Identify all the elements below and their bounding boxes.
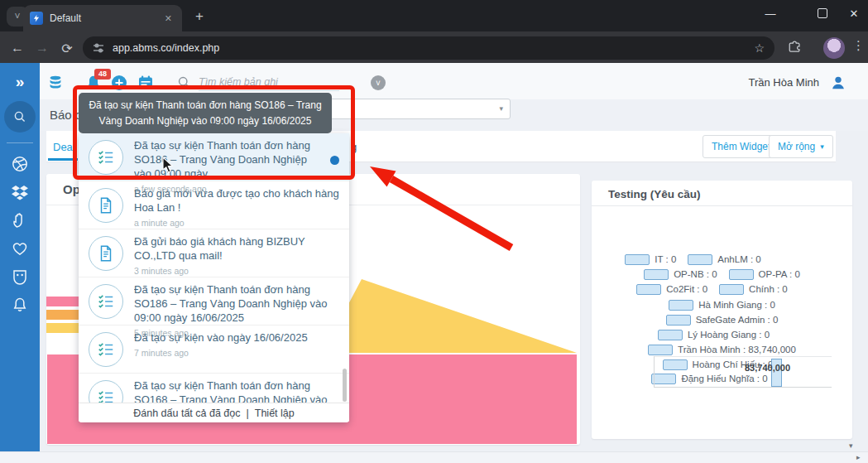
legend-label: SafeGate Admin : 0 — [696, 315, 779, 325]
notification-text: Đã tạo sự kiện Thanh toán đơn hàng SO186… — [134, 283, 339, 326]
legend-label: Hà Minh Giang : 0 — [698, 300, 775, 310]
browser-profile-avatar[interactable] — [823, 37, 845, 59]
legend-row[interactable]: SafeGate Admin : 0 — [592, 314, 852, 326]
new-tab-button[interactable]: + — [195, 9, 204, 23]
sidebar-item-favorites[interactable] — [10, 239, 30, 258]
maximize-icon — [818, 8, 827, 18]
tab-close-icon[interactable]: ✕ — [161, 12, 175, 26]
checklist-icon — [97, 340, 115, 359]
heart-icon — [10, 239, 30, 258]
browser-tab[interactable]: Default ✕ — [23, 5, 182, 31]
testing-widget: Testing (Yêu cầu) IT : 0 AnhLM : 0 OP-NB… — [592, 181, 852, 439]
notification-item[interactable]: Đã tạo sự kiện vào ngày 16/06/2025 7 min… — [79, 326, 349, 374]
notification-type-icon — [89, 332, 123, 367]
legend-label: OP-PA : 0 — [759, 269, 800, 279]
legend-row[interactable]: Hoàng Chí Hiếu : 0 — [587, 359, 848, 370]
bookmark-star-icon[interactable]: ☆ — [754, 41, 765, 55]
sidebar-item-storage[interactable] — [10, 182, 30, 202]
legend-label: Đặng Hiếu Nghĩa : 0 — [681, 374, 767, 383]
window-minimize-button[interactable]: — — [751, 0, 789, 27]
notification-item[interactable]: Đã tạo sự kiện Thanh toán đơn hàng SO186… — [79, 277, 349, 326]
gridline-top — [654, 356, 832, 357]
legend-swatch — [666, 315, 691, 326]
tab-active-partial[interactable]: Dea — [53, 141, 73, 153]
legend-swatch — [636, 284, 661, 295]
user-avatar-icon[interactable] — [829, 74, 847, 95]
back-button[interactable]: ← — [8, 39, 26, 57]
sidebar-item-alerts[interactable] — [10, 295, 30, 315]
notification-count-badge: 48 — [94, 69, 111, 80]
testing-bar-chart: IT : 0 AnhLM : 0 OP-NB : 0 OP-PA : 0 Co2… — [592, 205, 852, 439]
dropdown-scrollbar[interactable] — [343, 369, 347, 402]
legend-label: Lý Hoàng Giang : 0 — [688, 330, 770, 340]
legend-label: Chính : 0 — [749, 284, 788, 294]
legend-swatch — [669, 300, 693, 311]
collapse-header-button[interactable]: ˅ — [371, 75, 386, 90]
select-caret-icon: ▾ — [499, 104, 503, 113]
sidebar-divider — [7, 142, 33, 143]
sidebar-item-engage[interactable] — [10, 210, 30, 230]
bell-outline-icon — [10, 295, 30, 315]
notification-text: Báo giá mới vừa được tạo cho khách hàng … — [134, 187, 339, 215]
x-axis-line — [654, 387, 832, 388]
database-icon[interactable] — [46, 74, 65, 95]
bar-value-label: 83,740,000 — [745, 363, 790, 373]
checklist-icon — [97, 292, 115, 311]
legend-swatch — [644, 269, 669, 280]
url-text: app.abms.co/index.php — [113, 42, 754, 54]
notification-time: a minute ago — [134, 218, 339, 228]
legend-row[interactable]: Hà Minh Giang : 0 — [592, 299, 852, 311]
notification-text: Đã gửi báo giá khách hàng BIZBUY CO.,LTD… — [134, 235, 339, 263]
ball-icon — [10, 154, 30, 174]
expand-button[interactable]: Mở rộng▾ — [769, 135, 833, 158]
double-chevron-icon: » — [16, 73, 25, 90]
legend-row[interactable]: IT : 0 AnhLM : 0 — [563, 253, 823, 265]
funnel-yellow-area — [323, 279, 577, 353]
notification-type-icon — [89, 188, 123, 223]
legend-swatch — [658, 330, 683, 340]
sidebar-item-apps[interactable] — [10, 154, 30, 174]
widget-title: Testing (Yêu cầu) — [608, 188, 701, 200]
notification-time: 3 minutes ago — [134, 266, 339, 276]
reload-button[interactable]: ⟳ — [58, 39, 76, 57]
legend-swatch — [663, 359, 688, 370]
notification-type-icon — [89, 284, 123, 319]
extensions-icon[interactable] — [788, 37, 803, 55]
scroll-down-arrow-icon[interactable]: ▾ — [849, 441, 853, 450]
legend-row[interactable]: Lý Hoàng Giang : 0 — [583, 329, 844, 340]
caret-down-icon: ▾ — [820, 142, 824, 151]
mark-all-read-link[interactable]: Đánh dấu tất cả đã đọc — [133, 408, 240, 419]
legend-row[interactable]: OP-NB : 0 OP-PA : 0 — [592, 268, 852, 280]
sidebar-expand-button[interactable]: » — [0, 73, 40, 91]
legend-row[interactable]: Trần Hòa Minh : 83,740,000 — [592, 344, 852, 355]
legend-swatch — [625, 254, 650, 265]
scroll-right-arrow-icon[interactable]: ▸ — [856, 453, 861, 461]
site-settings-icon[interactable] — [93, 42, 104, 54]
settings-link[interactable]: Thiết lập — [255, 408, 295, 419]
notification-time: 7 minutes ago — [134, 348, 339, 358]
dropbox-icon — [10, 182, 30, 202]
notification-item[interactable]: Đã gửi báo giá khách hàng BIZBUY CO.,LTD… — [79, 229, 349, 277]
notification-text: Đã tạo sự kiện vào ngày 16/06/2025 — [134, 331, 339, 345]
notification-item[interactable]: Báo giá mới vừa được tạo cho khách hàng … — [79, 181, 349, 229]
screen: ˅ Default ✕ + — ✕ ← → ⟳ app.abms.co/inde… — [0, 0, 868, 463]
document-icon — [97, 244, 115, 263]
browser-menu-icon[interactable]: ⋮ — [852, 38, 865, 53]
sidebar-item-mask[interactable] — [10, 267, 30, 287]
address-bar[interactable]: app.abms.co/index.php ☆ — [83, 36, 774, 60]
dropdown-footer: Đánh dấu tất cả đã đọc | Thiết lập — [79, 403, 349, 422]
chevron-down-icon: ˅ — [376, 79, 381, 88]
legend-label: Co2Fit : 0 — [666, 284, 707, 294]
legend-row[interactable]: Đặng Hiếu Nghĩa : 0 — [579, 373, 840, 384]
window-close-button[interactable]: ✕ — [835, 0, 868, 27]
horizontal-scroll-strip[interactable] — [0, 451, 868, 463]
forward-button[interactable]: → — [33, 39, 51, 57]
legend-row[interactable]: Co2Fit : 0 Chính : 0 — [582, 283, 842, 295]
annotation-highlight-box — [73, 85, 355, 180]
mask-icon — [10, 267, 30, 287]
search-icon — [13, 110, 26, 123]
sidebar-search-button[interactable] — [4, 101, 36, 133]
legend-swatch — [648, 345, 673, 355]
legend-label: OP-NB : 0 — [674, 269, 717, 279]
current-user-name[interactable]: Trần Hòa Minh — [720, 76, 819, 89]
